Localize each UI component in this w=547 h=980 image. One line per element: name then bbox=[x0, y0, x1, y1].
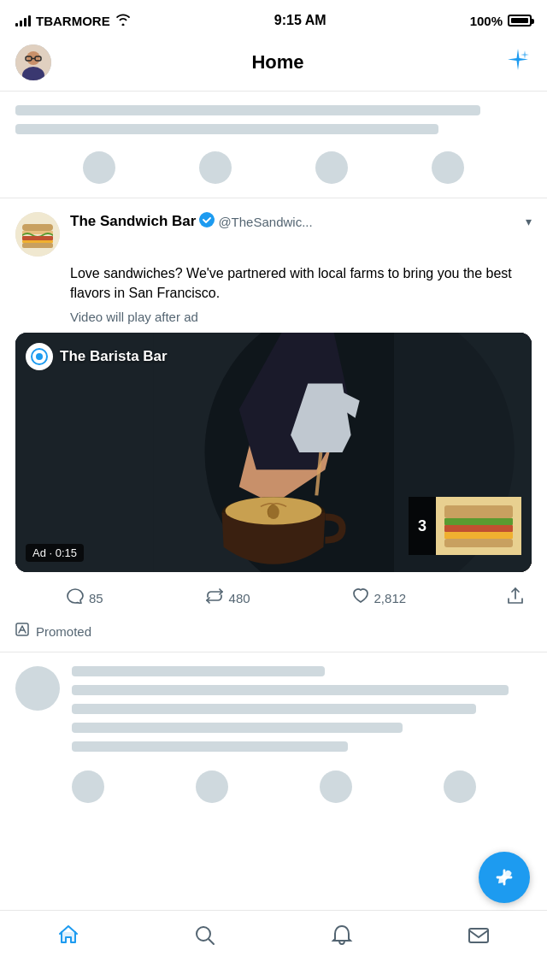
avatar-image bbox=[15, 44, 51, 80]
skeleton-tweet-line-1 bbox=[72, 666, 325, 676]
svg-point-12 bbox=[199, 212, 215, 227]
skeleton-avatar bbox=[15, 666, 60, 711]
nav-bar: Home bbox=[0, 38, 547, 92]
skeleton-circles-bottom bbox=[0, 765, 547, 817]
svg-point-20 bbox=[36, 353, 43, 360]
thumbnail-count: 3 bbox=[409, 497, 436, 555]
battery-icon bbox=[508, 15, 532, 27]
skeleton-content bbox=[72, 666, 532, 752]
tab-messages[interactable] bbox=[453, 918, 504, 960]
svg-rect-10 bbox=[22, 240, 53, 243]
share-action[interactable] bbox=[508, 587, 523, 609]
status-bar: TBARMORE 9:15 AM 100% bbox=[0, 0, 547, 38]
svg-rect-7 bbox=[22, 224, 53, 231]
thumbnail-image bbox=[436, 497, 521, 555]
sparkle-icon[interactable] bbox=[504, 47, 532, 79]
skeleton-tweet-line-2 bbox=[72, 685, 509, 695]
video-bottom-bar: Ad · 0:15 3 bbox=[26, 544, 521, 562]
tab-search[interactable] bbox=[179, 918, 231, 960]
video-player[interactable]: The Barista Bar Ad · 0:15 3 bbox=[15, 333, 532, 572]
skeleton-circle-4 bbox=[432, 151, 464, 184]
reply-count: 85 bbox=[89, 591, 103, 605]
skeleton-line-2 bbox=[15, 124, 438, 134]
svg-point-28 bbox=[197, 927, 210, 941]
bell-icon bbox=[330, 924, 354, 953]
svg-rect-25 bbox=[444, 532, 513, 539]
skeleton-tweet-line-4 bbox=[72, 723, 403, 733]
skeleton-circle-b2 bbox=[196, 770, 228, 803]
skeleton-circle-1 bbox=[83, 151, 115, 184]
carrier-label: TBARMORE bbox=[36, 14, 110, 28]
signal-strength-icon bbox=[15, 15, 31, 27]
tab-notifications[interactable] bbox=[316, 918, 368, 960]
svg-rect-23 bbox=[444, 518, 513, 525]
svg-rect-11 bbox=[22, 243, 53, 248]
svg-rect-22 bbox=[444, 505, 513, 518]
avatar[interactable] bbox=[15, 44, 51, 80]
tweet-body: Love sandwiches? We've partnered with lo… bbox=[70, 263, 532, 303]
retweet-icon bbox=[205, 588, 224, 608]
tweet-actions: 85 480 2,812 bbox=[15, 584, 532, 619]
svg-rect-9 bbox=[22, 236, 53, 240]
tweet-account-avatar[interactable] bbox=[15, 212, 60, 257]
tweet-name-row: The Sandwich Bar @TheSandwic... ▾ bbox=[70, 212, 532, 231]
skeleton-circle-b3 bbox=[320, 770, 352, 803]
account-handle: @TheSandwic... bbox=[218, 215, 312, 229]
sandwich-icon bbox=[15, 212, 60, 257]
skeleton-loading bbox=[0, 92, 547, 198]
video-brand-name: The Barista Bar bbox=[60, 348, 168, 365]
compose-button[interactable] bbox=[479, 852, 530, 903]
ad-label: Ad · 0:15 bbox=[26, 544, 84, 562]
skeleton-line-1 bbox=[15, 105, 480, 115]
skeleton-circle-3 bbox=[315, 151, 348, 184]
skeleton-circles-top bbox=[15, 143, 532, 198]
tab-home[interactable] bbox=[43, 918, 94, 960]
verified-badge-icon bbox=[199, 212, 215, 231]
mail-icon bbox=[467, 924, 491, 953]
video-will-play-label: Video will play after ad bbox=[70, 310, 532, 324]
skeleton-circle-b4 bbox=[444, 770, 476, 803]
status-right: 100% bbox=[470, 14, 532, 28]
svg-rect-29 bbox=[469, 929, 488, 942]
promoted-row: Promoted bbox=[0, 619, 547, 652]
tab-bar bbox=[0, 910, 547, 980]
skeleton-tweet-line-5 bbox=[72, 741, 348, 752]
skeleton-circle-2 bbox=[199, 151, 232, 184]
like-icon bbox=[352, 588, 369, 608]
tweet-header: The Sandwich Bar @TheSandwic... ▾ bbox=[15, 212, 532, 257]
video-top-bar: The Barista Bar bbox=[26, 343, 168, 370]
status-left: TBARMORE bbox=[15, 14, 131, 28]
svg-rect-27 bbox=[16, 623, 28, 635]
reply-icon bbox=[67, 588, 84, 608]
like-action[interactable]: 2,812 bbox=[352, 588, 407, 608]
tweet-card: The Sandwich Bar @TheSandwic... ▾ Love s… bbox=[0, 198, 547, 619]
wifi-icon bbox=[115, 14, 131, 28]
svg-rect-24 bbox=[444, 525, 513, 532]
promoted-icon bbox=[15, 623, 29, 640]
time-display: 9:15 AM bbox=[274, 13, 326, 28]
skeleton-circle-b1 bbox=[72, 770, 104, 803]
compose-icon bbox=[492, 865, 516, 889]
skeleton-tweet bbox=[0, 652, 547, 765]
retweet-count: 480 bbox=[229, 591, 250, 605]
battery-percent: 100% bbox=[470, 14, 503, 28]
page-title: Home bbox=[251, 51, 303, 74]
promoted-label: Promoted bbox=[36, 624, 91, 639]
video-logo bbox=[26, 343, 53, 370]
tweet-meta: The Sandwich Bar @TheSandwic... ▾ bbox=[70, 212, 532, 231]
chevron-down-icon[interactable]: ▾ bbox=[526, 215, 532, 228]
video-thumbnail-strip: 3 bbox=[409, 497, 521, 555]
account-name: The Sandwich Bar bbox=[70, 213, 196, 230]
reply-action[interactable]: 85 bbox=[67, 588, 103, 608]
search-icon bbox=[193, 924, 217, 953]
share-icon bbox=[508, 587, 523, 609]
retweet-action[interactable]: 480 bbox=[205, 588, 250, 608]
like-count: 2,812 bbox=[374, 591, 407, 605]
svg-rect-26 bbox=[444, 539, 513, 547]
home-icon bbox=[56, 924, 80, 953]
skeleton-tweet-line-3 bbox=[72, 704, 476, 714]
